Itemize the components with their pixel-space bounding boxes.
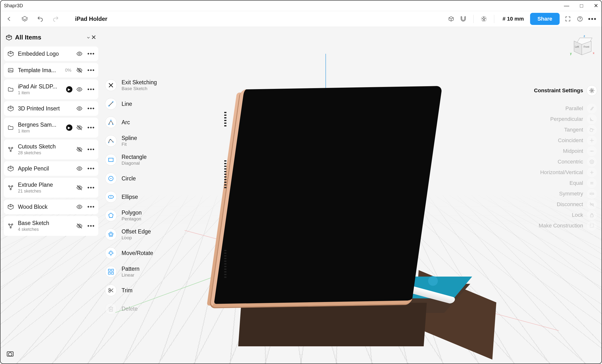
item-more-button[interactable]: ••• — [87, 124, 95, 131]
help-button[interactable] — [576, 15, 584, 23]
item-more-button[interactable]: ••• — [87, 223, 95, 229]
tool-label: Arc — [122, 119, 130, 126]
model[interactable] — [211, 80, 473, 327]
constraint-midpoint[interactable]: Midpoint — [527, 146, 597, 156]
item-template-ima[interactable]: Template Ima...0%••• — [4, 63, 98, 77]
visibility-toggle[interactable] — [76, 204, 84, 210]
sketch-tool-trim[interactable]: Trim — [105, 285, 178, 296]
visibility-toggle[interactable] — [76, 105, 84, 112]
item-more-button[interactable]: ••• — [87, 50, 95, 57]
constraint-equal[interactable]: Equal — [527, 178, 597, 188]
sketch-tool-spline[interactable]: SplineFit — [105, 135, 178, 147]
window-minimize[interactable]: — — [564, 3, 569, 9]
visibility-toggle[interactable] — [76, 223, 84, 229]
constraint-label: Midpoint — [563, 148, 583, 154]
sketch-tool-arc[interactable]: Arc — [105, 117, 178, 128]
sketch-tool-line[interactable]: Line — [105, 98, 178, 110]
item-3d-printed-insert[interactable]: 3D Printed Insert••• — [4, 101, 98, 116]
item-more-button[interactable]: ••• — [87, 67, 95, 74]
constraint-parallel[interactable]: Parallel — [527, 103, 597, 114]
sketch-tool-circle[interactable]: Circle — [105, 173, 178, 184]
item-more-button[interactable]: ••• — [87, 203, 95, 210]
visibility-toggle[interactable] — [76, 125, 84, 131]
constraint-lock[interactable]: Lock — [527, 210, 597, 220]
sketch-icon — [7, 184, 14, 191]
constraint-icon — [587, 125, 597, 135]
fullscreen-button[interactable] — [564, 15, 572, 23]
rect-icon — [105, 154, 117, 166]
offset-icon — [105, 229, 117, 240]
item-label: iPad Air SLDP... — [18, 83, 62, 90]
item-embedded-logo[interactable]: Embedded Logo••• — [4, 46, 98, 61]
item-more-button[interactable]: ••• — [87, 184, 95, 191]
visibility-toggle[interactable] — [76, 51, 84, 57]
sketch-tool-ellipse[interactable]: Ellipse — [105, 191, 178, 203]
constraint-disconnect[interactable]: Disconnect — [527, 199, 597, 210]
visibility-toggle[interactable] — [76, 67, 84, 73]
constraint-label: Parallel — [565, 105, 583, 112]
sketch-tool-exit-sketching[interactable]: Exit SketchingBase Sketch — [105, 79, 178, 91]
item-more-button[interactable]: ••• — [87, 86, 95, 93]
item-more-button[interactable]: ••• — [87, 105, 95, 112]
snap-button[interactable] — [459, 15, 467, 23]
constraint-coincident[interactable]: Coincident — [527, 135, 597, 146]
sketch-icon — [7, 146, 14, 153]
item-more-button[interactable]: ••• — [87, 146, 95, 153]
item-base-sketch[interactable]: Base Sketch4 sketches••• — [4, 216, 98, 236]
constraint-horizontal-vertical[interactable]: Horizontal/Vertical — [527, 167, 597, 178]
item-extrude-plane[interactable]: Extrude Plane21 sketches••• — [4, 178, 98, 198]
item-apple-pencil[interactable]: Apple Pencil••• — [4, 161, 98, 176]
window-close[interactable]: ✕ — [594, 3, 598, 9]
visibility-toggle[interactable] — [76, 146, 84, 153]
chevron-down-icon — [86, 35, 91, 40]
share-button[interactable]: Share — [530, 13, 559, 25]
tool-label: Delete — [122, 306, 138, 312]
view-cube-button[interactable] — [447, 15, 455, 23]
sketch-tool-offset-edge[interactable]: Offset EdgeLoop — [105, 228, 178, 240]
constraint-make-construction[interactable]: Make Construction — [527, 220, 597, 231]
items-panel-header[interactable]: All Items ✕ — [4, 31, 98, 44]
ar-button[interactable] — [5, 349, 15, 359]
sketch-tool-move-rotate[interactable]: Move/Rotate — [105, 247, 178, 259]
sketch-tool-delete: Delete — [105, 303, 178, 315]
grid-size[interactable]: # 10 mm — [501, 16, 526, 22]
orientation-cube[interactable]: Left Front z y x — [572, 34, 596, 59]
back-button[interactable] — [5, 15, 13, 23]
arc-icon — [105, 117, 117, 128]
layers-button[interactable] — [21, 15, 29, 23]
undo-button[interactable] — [36, 15, 44, 23]
item-more-button[interactable]: ••• — [87, 165, 95, 172]
expand-button[interactable]: ▶ — [66, 86, 72, 93]
constraint-symmetry[interactable]: Symmetry — [527, 188, 597, 199]
constraint-label: Equal — [570, 180, 583, 186]
constraint-settings-button[interactable] — [587, 85, 597, 96]
cube-front-label: Front — [584, 45, 589, 48]
visibility-toggle[interactable] — [76, 86, 84, 93]
sketch-tool-rectangle[interactable]: RectangleDiagonal — [105, 154, 178, 166]
sketch-tool-polygon[interactable]: PolygonPentagon — [105, 210, 178, 222]
more-button[interactable]: ••• — [588, 15, 597, 23]
constraint-concentric[interactable]: Concentric — [527, 156, 597, 167]
close-icon — [105, 79, 117, 91]
item-bergnes-sam[interactable]: Bergnes Sam...1 item▶••• — [4, 118, 98, 138]
appearance-button[interactable] — [480, 15, 488, 23]
move-icon — [105, 247, 117, 259]
tool-label: Circle — [122, 175, 136, 182]
item-sub: 1 item — [18, 128, 62, 134]
redo-button[interactable] — [52, 15, 60, 23]
constraint-perpendicular[interactable]: Perpendicular — [527, 114, 597, 125]
item-wood-block[interactable]: Wood Block••• — [4, 200, 98, 214]
project-name[interactable]: iPad Holder — [75, 15, 107, 22]
sketch-tool-pattern[interactable]: PatternLinear — [105, 266, 178, 278]
expand-button[interactable]: ▶ — [66, 125, 72, 131]
item-label: Base Sketch — [18, 220, 72, 226]
close-panel-button[interactable]: ✕ — [91, 34, 96, 41]
cube-icon — [7, 50, 14, 57]
visibility-toggle[interactable] — [76, 184, 84, 191]
visibility-toggle[interactable] — [76, 165, 84, 172]
window-maximize[interactable]: □ — [580, 3, 583, 9]
item-label: Extrude Plane — [18, 182, 72, 188]
item-cutouts-sketch[interactable]: Cutouts Sketch28 sketches••• — [4, 139, 98, 159]
constraint-tangent[interactable]: Tangent — [527, 125, 597, 135]
item-ipad-air-sldp[interactable]: iPad Air SLDP...1 item▶••• — [4, 79, 98, 99]
